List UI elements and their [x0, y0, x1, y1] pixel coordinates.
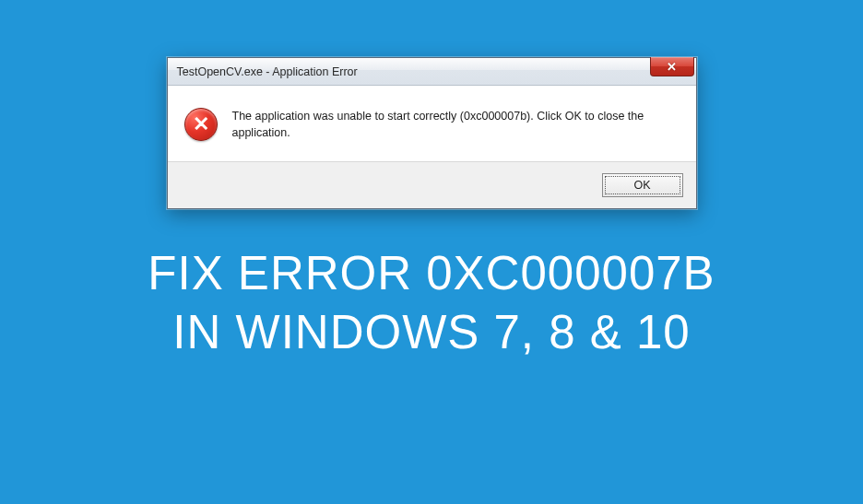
page-headline: FIX ERROR 0XC000007B IN WINDOWS 7, 8 & 1… [0, 244, 863, 362]
headline-line-2: IN WINDOWS 7, 8 & 10 [0, 303, 863, 362]
window-title: TestOpenCV.exe - Application Error [177, 65, 358, 78]
error-icon: ✕ [184, 108, 218, 141]
error-x-icon: ✕ [193, 114, 209, 135]
titlebar: TestOpenCV.exe - Application Error ✕ [168, 58, 696, 86]
dialog-footer: OK [168, 162, 696, 208]
dialog-body: ✕ The application was unable to start co… [168, 86, 696, 162]
headline-line-1: FIX ERROR 0XC000007B [0, 244, 863, 303]
ok-button[interactable]: OK [602, 173, 683, 197]
dialog-message: The application was unable to start corr… [232, 106, 680, 141]
close-button[interactable]: ✕ [650, 57, 694, 76]
close-icon: ✕ [667, 61, 677, 73]
error-dialog: TestOpenCV.exe - Application Error ✕ ✕ T… [167, 57, 697, 209]
